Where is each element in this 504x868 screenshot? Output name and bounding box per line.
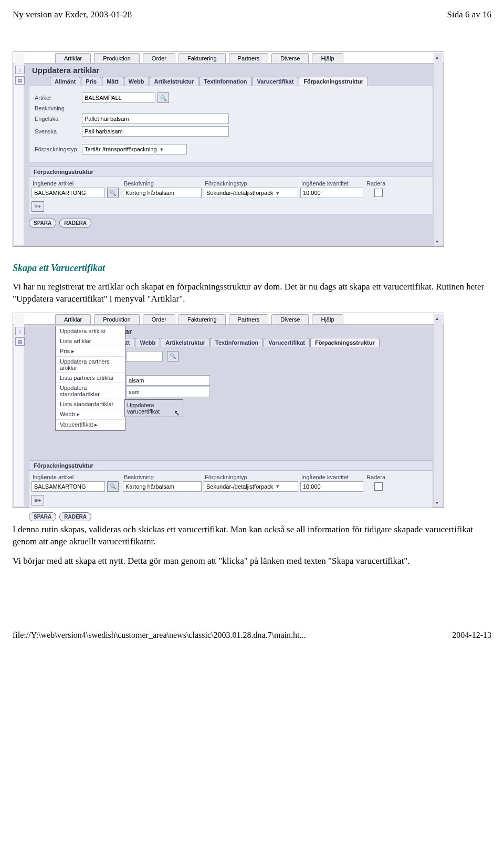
menu-item[interactable]: Lista standardartiklar [56,399,125,409]
menu-artiklar[interactable]: Artiklar [55,53,91,63]
paragraph-1: Vi har nu registrerat tre artiklar och s… [13,281,491,305]
col-kvantitet: Ingående kvantitet [300,473,363,481]
grid: Ingående artikel Beskrivning Förpackning… [29,471,433,508]
col-ingaende-artikel: Ingående artikel [32,473,121,481]
bg-input[interactable] [126,375,210,386]
menu-produktion[interactable]: Produktion [94,53,140,63]
tab-matt[interactable]: Mått [102,77,123,86]
row-artikel-input[interactable] [32,481,105,492]
col-ingaende-artikel: Ingående artikel [32,179,121,188]
tab-webb[interactable]: Webb [124,77,149,86]
menubar: Artiklar Produktion Order Fakturering Pa… [13,52,444,64]
menu-order[interactable]: Order [143,314,175,324]
menu-order[interactable]: Order [143,53,175,63]
menu-item[interactable]: Uppdatera standardartiklar [56,383,125,399]
grid-row: 🔍 Sekundär-/detaljistförpack [32,188,430,198]
scrollbar[interactable] [434,314,443,507]
tab-allmant[interactable]: Allmänt [50,77,80,86]
search-icon[interactable]: 🔍 [158,92,169,103]
col-kvantitet: Ingående kvantitet [300,179,363,188]
form-area: Artikel 🔍 Beskrivning Engelska Svenska F… [29,86,433,162]
menu-item[interactable]: Pris ▸ [56,346,125,357]
bg-input[interactable] [126,351,163,361]
grid: Ingående artikel Beskrivning Förpackning… [29,177,433,214]
menu-diverse[interactable]: Diverse [271,53,309,63]
grid-icon[interactable]: ▤ [15,76,25,85]
forpackningstyp-label: Förpackningstyp [35,146,82,152]
menu-item[interactable]: Lista artiklar [56,336,125,346]
tab-textinformation[interactable]: Textinformation [199,77,251,86]
menu-diverse[interactable]: Diverse [271,314,309,324]
scrollbar[interactable] [434,53,443,245]
svenska-label: Svenska [35,128,82,135]
grid-row: 🔍 Sekundär-/detaljistförpack [32,481,430,492]
bg-input[interactable] [126,387,210,397]
page-title: Uppdatera artiklar [13,64,444,76]
menu-item[interactable]: Lista partners artiklar [56,373,125,383]
forpackningstyp-select[interactable]: Tertiär-/transportförpackning [82,144,187,154]
svenska-input[interactable] [82,126,229,137]
menubar: Artiklar Produktion Order Fakturering Pa… [13,313,444,325]
beskrivning-label: Beskrivning [35,105,82,111]
search-icon[interactable]: 🔍 [107,481,119,492]
menu-hjalp[interactable]: Hjälp [312,314,343,324]
engelska-input[interactable] [82,113,229,124]
tab-webb[interactable]: Webb [135,338,160,347]
radera-button[interactable]: RADERA [59,512,91,521]
spara-button[interactable]: SPARA [29,219,56,228]
page-number: Sida 6 av 16 [447,9,491,20]
tab-varucertifikat[interactable]: Varucertifikat [253,77,299,86]
tab-artikelstruktur[interactable]: Artikelstruktur [150,77,199,86]
cursor-icon: ↖ [174,409,180,417]
menu-item[interactable]: Uppdatera partners artiklar [56,357,125,373]
row-forptyp-select[interactable]: Sekundär-/detaljistförpack [204,481,298,492]
search-icon[interactable]: 🔍 [167,351,178,361]
add-row-button[interactable]: ≡+ [32,495,44,505]
menu-artiklar[interactable]: Artiklar [55,314,91,324]
col-beskrivning: Beskrivning [123,473,202,481]
tab-forpackningsstruktur[interactable]: Förpackningsstruktur [310,338,380,347]
tab-row: Allmänt Pris Mått Webb Artikelstruktur T… [13,76,444,86]
home-icon[interactable]: ⌂ [15,66,25,74]
spara-button[interactable]: SPARA [29,512,56,521]
col-radera: Radera [365,179,392,188]
tab-artikelstruktur[interactable]: Artikelstruktur [161,338,210,347]
screenshot-1: ⌂ ▤ Artiklar Produktion Order Fakturerin… [13,51,444,247]
tab-forpackningsstruktur[interactable]: Förpackningsstruktur [299,77,368,86]
menu-partners[interactable]: Partners [229,314,269,324]
tab-varucertifikat[interactable]: Varucertifikat [264,338,310,347]
footer-date: 2004-12-13 [452,631,491,640]
artiklar-dropdown[interactable]: Uppdatera artiklar Lista artiklar Pris ▸… [55,326,125,431]
menu-item[interactable]: Varucertifikat ▸ [56,420,125,430]
menu-partners[interactable]: Partners [229,53,269,63]
row-radera-checkbox[interactable] [374,482,383,491]
col-forpackningstyp: Förpackningstyp [204,179,298,188]
grid-title: Förpackningsstruktur [29,167,433,177]
row-artikel-input[interactable] [32,188,105,198]
row-kvantitet-input[interactable] [300,481,363,492]
menu-item[interactable]: Webb ▸ [56,409,125,420]
tab-pris[interactable]: Pris [81,77,101,86]
home-icon[interactable]: ⌂ [15,327,25,335]
row-forptyp-select[interactable]: Sekundär-/detaljistförpack [204,188,298,198]
menu-fakturering[interactable]: Fakturering [178,314,226,324]
tab-textinformation[interactable]: Textinformation [211,338,263,347]
col-forpackningstyp: Förpackningstyp [204,473,298,481]
menu-hjalp[interactable]: Hjälp [312,53,343,63]
artikel-input[interactable] [82,92,155,103]
row-radera-checkbox[interactable] [374,189,383,197]
menu-fakturering[interactable]: Fakturering [178,53,226,63]
row-kvantitet-input[interactable] [300,188,363,198]
row-beskrivning-input[interactable] [123,188,202,198]
add-row-button[interactable]: ≡+ [32,201,44,212]
doc-title: Ny version av Exder, 2003-01-28 [13,9,132,20]
footer-path: file://Y:\web\version4\swedish\customer_… [13,631,306,640]
menu-item[interactable]: Uppdatera artiklar [56,326,125,336]
row-beskrivning-input[interactable] [123,481,202,492]
menu-produktion[interactable]: Produktion [94,314,140,324]
search-icon[interactable]: 🔍 [107,188,119,198]
grid-icon[interactable]: ▤ [15,337,25,346]
col-beskrivning: Beskrivning [123,179,202,188]
engelska-label: Engelska [35,116,82,122]
radera-button[interactable]: RADERA [59,219,91,228]
